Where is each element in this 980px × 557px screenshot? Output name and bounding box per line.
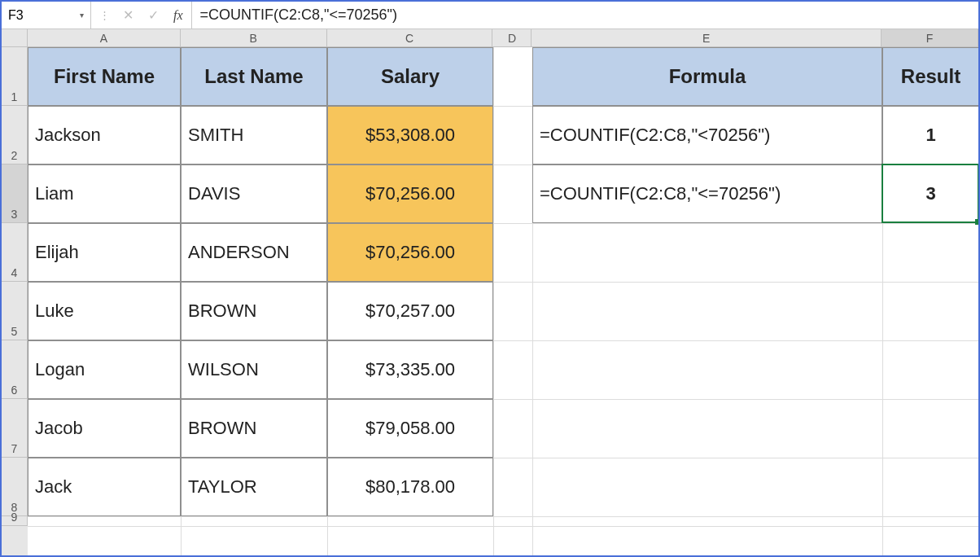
column-header-B[interactable]: B [181,29,327,47]
formula-bar: F3 ▾ ⋮ ✕ ✓ fx =COUNTIF(C2:C8,"<=70256") [2,2,978,29]
cell-first-name-2[interactable]: Jackson [28,106,181,164]
formula-input-value: =COUNTIF(C2:C8,"<=70256") [200,7,397,24]
header-salary[interactable]: Salary [327,47,493,106]
row-header-8[interactable]: 8 [2,458,28,516]
cell-last-name-7[interactable]: BROWN [181,399,327,458]
row-header-7[interactable]: 7 [2,399,28,458]
cell-salary-8[interactable]: $80,178.00 [327,458,493,516]
gridline-horizontal [28,516,978,517]
cell-result-2[interactable]: 1 [882,106,978,164]
cell-first-name-5[interactable]: Luke [28,282,181,340]
gridline-vertical [493,47,494,555]
name-box-dropdown-icon[interactable]: ▾ [80,11,84,20]
gridline-horizontal [28,526,978,527]
column-headers: ABCDEF [2,29,978,47]
cell-first-name-7[interactable]: Jacob [28,399,181,458]
header-last-name[interactable]: Last Name [181,47,327,106]
row-headers: 123456789 [2,47,28,555]
cell-first-name-3[interactable]: Liam [28,164,181,223]
column-header-A[interactable]: A [28,29,181,47]
select-all-corner[interactable] [2,29,28,47]
cell-salary-5[interactable]: $70,257.00 [327,282,493,340]
row-header-1[interactable]: 1 [2,47,28,106]
cell-formula-2[interactable]: =COUNTIF(C2:C8,"<70256") [532,106,882,164]
header-result[interactable]: Result [882,47,978,106]
cell-first-name-8[interactable]: Jack [28,458,181,516]
row-header-2[interactable]: 2 [2,106,28,164]
cell-salary-3[interactable]: $70,256.00 [327,164,493,223]
cell-salary-6[interactable]: $73,335.00 [327,340,493,399]
row-header-3[interactable]: 3 [2,164,28,223]
column-header-E[interactable]: E [532,29,882,47]
column-header-C[interactable]: C [327,29,493,47]
cell-first-name-6[interactable]: Logan [28,340,181,399]
cell-last-name-2[interactable]: SMITH [181,106,327,164]
cell-last-name-6[interactable]: WILSON [181,340,327,399]
header-first-name[interactable]: First Name [28,47,181,106]
cell-last-name-5[interactable]: BROWN [181,282,327,340]
formula-input[interactable]: =COUNTIF(C2:C8,"<=70256") [192,2,978,29]
row-header-4[interactable]: 4 [2,223,28,282]
cell-last-name-3[interactable]: DAVIS [181,164,327,223]
formula-bar-buttons: ⋮ ✕ ✓ fx [91,2,192,29]
cell-salary-7[interactable]: $79,058.00 [327,399,493,458]
cell-first-name-4[interactable]: Elijah [28,223,181,282]
cell-last-name-8[interactable]: TAYLOR [181,458,327,516]
row-header-6[interactable]: 6 [2,340,28,399]
cell-last-name-4[interactable]: ANDERSON [181,223,327,282]
cancel-icon[interactable]: ✕ [123,7,133,23]
cell-result-3[interactable]: 3 [882,164,978,223]
cell-salary-4[interactable]: $70,256.00 [327,223,493,282]
cell-formula-3[interactable]: =COUNTIF(C2:C8,"<=70256") [532,164,882,223]
fx-icon[interactable]: fx [173,8,183,23]
spreadsheet-grid: ABCDEF 123456789 First NameLast NameSala… [2,29,978,555]
name-box[interactable]: F3 ▾ [2,2,91,29]
row-header-9[interactable]: 9 [2,516,28,526]
column-header-F[interactable]: F [882,29,978,47]
column-header-D[interactable]: D [492,29,532,47]
cell-salary-2[interactable]: $53,308.00 [327,106,493,164]
name-box-value: F3 [8,8,24,23]
header-formula[interactable]: Formula [532,47,882,106]
confirm-icon[interactable]: ✓ [148,7,159,23]
sheet-cells[interactable]: First NameLast NameSalaryFormulaResultJa… [28,47,978,555]
drag-handle-icon: ⋮ [99,9,108,21]
row-header-5[interactable]: 5 [2,282,28,340]
